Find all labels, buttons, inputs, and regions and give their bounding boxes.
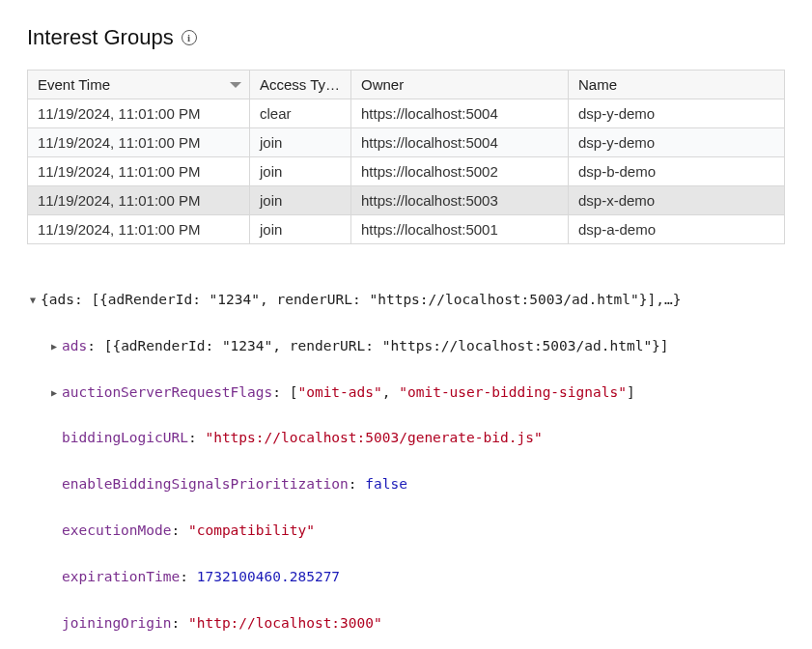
cell-owner: https://localhost:5001 <box>351 215 569 244</box>
toggle-icon[interactable] <box>48 339 60 355</box>
cell-type: join <box>250 157 351 186</box>
table-row[interactable]: 11/19/2024, 11:01:00 PMjoinhttps://local… <box>28 215 785 244</box>
cell-time: 11/19/2024, 11:01:00 PM <box>28 157 250 186</box>
panel-title: Interest Groups <box>27 25 174 50</box>
column-label: Event Time <box>38 76 110 93</box>
column-event-time[interactable]: Event Time <box>28 71 250 99</box>
table-row[interactable]: 11/19/2024, 11:01:00 PMjoinhttps://local… <box>28 157 785 186</box>
cell-name: dsp-x-demo <box>569 186 785 215</box>
sort-desc-icon <box>230 82 241 88</box>
column-name[interactable]: Name <box>569 71 785 99</box>
cell-type: clear <box>250 99 351 128</box>
cell-type: join <box>250 215 351 244</box>
column-owner[interactable]: Owner <box>351 71 569 99</box>
cell-owner: https://localhost:5004 <box>351 99 569 128</box>
toggle-icon[interactable] <box>48 385 60 402</box>
cell-name: dsp-y-demo <box>569 99 785 128</box>
prop-key: enableBiddingSignalsPrioritization <box>62 476 349 492</box>
object-detail-tree: {ads: [{adRenderId: "1234", renderURL: "… <box>27 266 785 649</box>
table-header-row: Event Time Access Ty… Owner Name <box>28 71 785 99</box>
cell-time: 11/19/2024, 11:01:00 PM <box>28 215 250 244</box>
column-access-type[interactable]: Access Ty… <box>250 71 351 99</box>
table-row[interactable]: 11/19/2024, 11:01:00 PMclearhttps://loca… <box>28 99 785 128</box>
cell-time: 11/19/2024, 11:01:00 PM <box>28 99 250 128</box>
prop-summary: [{adRenderId: "1234", renderURL: "https:… <box>104 338 669 353</box>
cell-name: dsp-b-demo <box>569 157 785 186</box>
prop-value: false <box>365 476 407 492</box>
table-row[interactable]: 11/19/2024, 11:01:00 PMjoinhttps://local… <box>28 128 785 157</box>
toggle-icon[interactable] <box>27 293 39 309</box>
cell-owner: https://localhost:5004 <box>351 128 569 157</box>
prop-key: executionMode <box>62 522 172 538</box>
prop-key: ads <box>62 338 87 353</box>
panel-header: Interest Groups i <box>27 25 785 50</box>
cell-owner: https://localhost:5003 <box>351 186 569 215</box>
table-row[interactable]: 11/19/2024, 11:01:00 PMjoinhttps://local… <box>28 186 785 215</box>
cell-name: dsp-y-demo <box>569 128 785 157</box>
prop-value: "compatibility" <box>188 522 315 538</box>
cell-type: join <box>250 186 351 215</box>
cell-name: dsp-a-demo <box>569 215 785 244</box>
root-summary: {ads: [{adRenderId: "1234", renderURL: "… <box>41 292 681 307</box>
prop-value: "http://localhost:3000" <box>188 615 382 631</box>
prop-key: auctionServerRequestFlags <box>62 384 272 400</box>
cell-time: 11/19/2024, 11:01:00 PM <box>28 128 250 157</box>
prop-value: "https://localhost:5003/generate-bid.js" <box>205 430 542 445</box>
prop-key: expirationTime <box>62 569 180 584</box>
info-icon[interactable]: i <box>182 30 197 45</box>
array-item: "omit-user-bidding-signals" <box>399 384 627 400</box>
array-item: "omit-ads" <box>297 384 381 400</box>
prop-key: joiningOrigin <box>62 615 172 631</box>
cell-time: 11/19/2024, 11:01:00 PM <box>28 186 250 215</box>
prop-value: 1732100460.285277 <box>197 569 340 584</box>
cell-owner: https://localhost:5002 <box>351 157 569 186</box>
cell-type: join <box>250 128 351 157</box>
prop-key: biddingLogicURL <box>62 430 188 445</box>
events-table: Event Time Access Ty… Owner Name 11/19/2… <box>27 70 785 244</box>
